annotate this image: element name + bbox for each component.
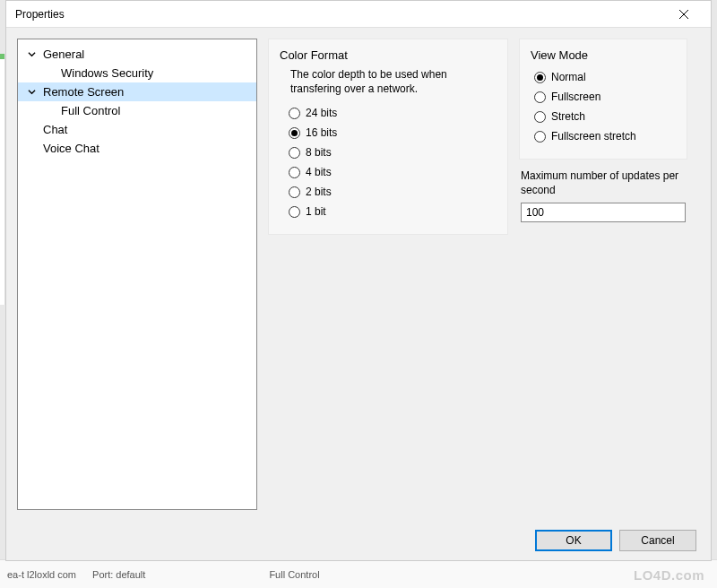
- tree-item-voice-chat[interactable]: Voice Chat: [18, 139, 256, 158]
- color-format-option-24-bits[interactable]: 24 bits: [280, 103, 497, 123]
- button-bar: OK Cancel: [6, 521, 711, 560]
- tree-item-label: General: [38, 48, 84, 61]
- tree-item-chat[interactable]: Chat: [18, 120, 256, 139]
- color-format-option-1-bit[interactable]: 1 bit: [280, 202, 497, 221]
- radio-label: 8 bits: [306, 146, 332, 159]
- radio-icon: [289, 206, 300, 218]
- background-status-bar: ea-t l2loxld com Port: default Full Cont…: [0, 559, 717, 588]
- radio-label: 2 bits: [306, 186, 332, 198]
- color-format-group: Color Format The color depth to be used …: [268, 39, 508, 235]
- bg-status-host: ea-t l2loxld com: [7, 569, 76, 580]
- properties-dialog: Properties GeneralWindows SecurityRemote…: [5, 0, 712, 561]
- view-mode-group: View Mode NormalFullscreenStretchFullscr…: [519, 39, 687, 160]
- radio-icon: [534, 72, 546, 83]
- bg-status-mode: Full Control: [269, 569, 319, 580]
- close-icon: [679, 10, 688, 19]
- radio-label: Stretch: [551, 110, 585, 123]
- tree-item-label: Windows Security: [57, 66, 153, 80]
- right-column: View Mode NormalFullscreenStretchFullscr…: [519, 39, 687, 222]
- tree-item-label: Voice Chat: [38, 142, 99, 155]
- radio-label: 4 bits: [306, 166, 332, 178]
- tree-item-remote-screen[interactable]: Remote Screen: [18, 82, 256, 101]
- radio-icon: [289, 147, 300, 159]
- radio-label: 16 bits: [306, 126, 337, 139]
- max-updates-section: Maximum number of updates per second: [519, 169, 687, 222]
- expander-icon: [25, 88, 38, 96]
- cancel-button[interactable]: Cancel: [619, 530, 696, 551]
- view-mode-option-fullscreen-stretch[interactable]: Fullscreen stretch: [531, 126, 676, 146]
- color-format-option-4-bits[interactable]: 4 bits: [280, 162, 497, 182]
- view-mode-option-normal[interactable]: Normal: [531, 67, 676, 87]
- radio-label: Fullscreen: [551, 91, 600, 103]
- content-area: GeneralWindows SecurityRemote ScreenFull…: [6, 28, 711, 521]
- color-format-title: Color Format: [280, 48, 497, 62]
- color-format-description: The color depth to be used when transfer…: [290, 67, 470, 96]
- radio-label: 1 bit: [306, 205, 326, 218]
- radio-label: Normal: [551, 71, 586, 83]
- tree-item-label: Full Control: [57, 104, 120, 117]
- radio-icon: [289, 186, 300, 198]
- settings-pane: Color Format The color depth to be used …: [268, 39, 700, 510]
- view-mode-option-stretch[interactable]: Stretch: [531, 107, 676, 126]
- tree-item-windows-security[interactable]: Windows Security: [18, 64, 256, 82]
- ok-button[interactable]: OK: [535, 530, 612, 551]
- titlebar: Properties: [6, 1, 711, 28]
- tree-item-full-control[interactable]: Full Control: [18, 101, 256, 120]
- radio-icon: [289, 127, 300, 139]
- expander-icon: [25, 50, 38, 58]
- radio-label: Fullscreen stretch: [551, 130, 636, 143]
- view-mode-title: View Mode: [531, 48, 676, 62]
- max-updates-label: Maximum number of updates per second: [521, 169, 686, 197]
- radio-icon: [534, 111, 546, 123]
- color-format-option-8-bits[interactable]: 8 bits: [280, 143, 497, 162]
- watermark: LO4D.com: [634, 567, 704, 583]
- view-mode-option-fullscreen[interactable]: Fullscreen: [531, 87, 676, 107]
- radio-icon: [289, 167, 300, 178]
- tree-item-label: Chat: [38, 123, 67, 136]
- radio-icon: [534, 91, 546, 103]
- max-updates-input[interactable]: [521, 203, 686, 222]
- bg-status-port: Port: default: [92, 569, 145, 580]
- radio-icon: [534, 131, 546, 143]
- tree-item-general[interactable]: General: [18, 45, 256, 64]
- nav-tree: GeneralWindows SecurityRemote ScreenFull…: [17, 39, 257, 510]
- close-button[interactable]: [666, 2, 702, 27]
- color-format-option-16-bits[interactable]: 16 bits: [280, 123, 497, 143]
- radio-label: 24 bits: [306, 107, 337, 119]
- window-title: Properties: [15, 8, 65, 21]
- radio-icon: [289, 108, 300, 119]
- color-format-option-2-bits[interactable]: 2 bits: [280, 182, 497, 202]
- tree-item-label: Remote Screen: [38, 85, 124, 99]
